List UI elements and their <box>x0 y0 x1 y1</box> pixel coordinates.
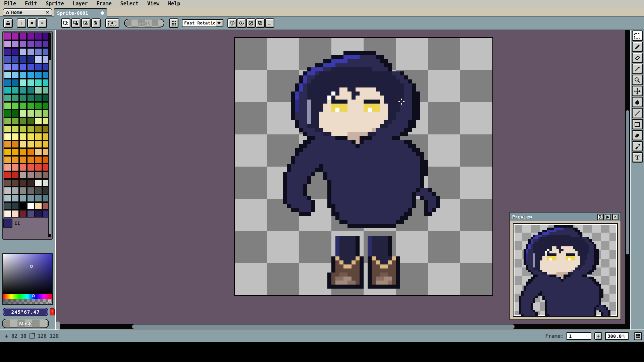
palette-swatch[interactable] <box>12 156 19 163</box>
preview-title-bar[interactable]: Preview ▶ × <box>510 213 621 221</box>
palette-swatch[interactable] <box>4 41 11 48</box>
menu-select[interactable]: Select <box>120 1 139 7</box>
palette-swatch[interactable] <box>12 187 19 194</box>
rotation-option-1-button[interactable] <box>227 18 237 28</box>
zoom-tool-button[interactable] <box>632 75 643 85</box>
palette-swatch[interactable] <box>35 141 42 148</box>
palette-swatch[interactable] <box>19 164 26 171</box>
palette-swatch[interactable] <box>35 195 42 202</box>
palette-swatch[interactable] <box>27 64 34 71</box>
palette-scrollbar-thumb[interactable] <box>49 60 51 234</box>
palette-swatch[interactable] <box>12 210 19 217</box>
palette-swatch[interactable] <box>35 33 42 40</box>
palette-swatch[interactable] <box>27 187 34 194</box>
rect-select-tool-button[interactable] <box>632 31 643 41</box>
palette-swatch[interactable] <box>12 125 19 132</box>
palette-swatch[interactable] <box>35 148 42 156</box>
palette-swatch[interactable] <box>4 179 11 186</box>
selected-color-swatch[interactable] <box>4 219 12 227</box>
palette-swatch[interactable] <box>12 56 19 63</box>
palette-swatch[interactable] <box>19 71 26 78</box>
palette-swatch[interactable] <box>12 64 19 71</box>
palette-swatch[interactable] <box>12 71 19 78</box>
palette-scrollbar[interactable] <box>48 33 51 237</box>
palette-swatch[interactable] <box>12 133 19 140</box>
palette-swatch[interactable] <box>27 95 34 102</box>
saturation-value-square[interactable] <box>3 254 52 294</box>
palette-swatch[interactable] <box>27 210 34 217</box>
palette-swatch[interactable] <box>27 156 34 163</box>
menu-file[interactable]: File <box>4 1 16 7</box>
palette-warning-button[interactable]: ! <box>50 308 55 315</box>
palette-swatch[interactable] <box>19 210 26 217</box>
palette-swatch[interactable] <box>12 41 19 48</box>
palette-swatch[interactable] <box>12 179 19 186</box>
palette-swatch[interactable] <box>12 202 19 209</box>
palette-swatch[interactable] <box>35 179 42 186</box>
pencil-tool-button[interactable] <box>632 42 643 52</box>
hue-marker[interactable] <box>32 294 35 297</box>
rotation-mode-select[interactable]: Fast Rotation <box>182 19 215 27</box>
palette-swatch[interactable] <box>12 118 19 125</box>
palette-swatch[interactable] <box>4 56 11 63</box>
palette-swatch[interactable] <box>4 195 11 202</box>
palette-swatch[interactable] <box>12 102 19 109</box>
palette-swatch[interactable] <box>35 202 42 209</box>
palette-swatch[interactable] <box>19 95 26 102</box>
palette-swatch[interactable] <box>4 102 11 109</box>
preview-play-button[interactable]: ▶ <box>605 214 611 220</box>
palette-swatch[interactable] <box>35 71 42 78</box>
palette-swatch[interactable] <box>19 102 26 109</box>
rectangle-tool-button[interactable] <box>632 119 643 129</box>
solid-square-button[interactable]: ■ <box>27 18 37 28</box>
palette-swatch[interactable] <box>27 71 34 78</box>
frame-input[interactable]: 1 <box>567 332 591 340</box>
palette-swatch[interactable] <box>19 33 26 40</box>
palette-swatch[interactable] <box>27 79 34 86</box>
selection-mode-intersect-button[interactable] <box>91 18 101 28</box>
palette-swatch[interactable] <box>19 64 26 71</box>
palette-swatch[interactable] <box>12 110 19 117</box>
palette-swatch[interactable] <box>35 64 42 71</box>
palette-swatch[interactable] <box>27 102 34 109</box>
palette-swatch[interactable] <box>4 125 11 132</box>
grid-settings-button[interactable] <box>169 18 178 28</box>
palette-swatch[interactable] <box>4 187 11 194</box>
palette-swatch[interactable] <box>12 79 19 86</box>
palette-swatch[interactable] <box>12 33 19 40</box>
horizontal-scrollbar[interactable] <box>56 324 625 329</box>
palette-swatch[interactable] <box>12 195 19 202</box>
palette-swatch[interactable] <box>4 87 11 94</box>
rotation-mode-dropdown-button[interactable] <box>215 19 223 27</box>
palette-swatch[interactable] <box>4 148 11 156</box>
palette-swatch[interactable] <box>19 156 26 163</box>
palette-swatch[interactable] <box>19 179 26 186</box>
palette-swatch[interactable] <box>19 48 26 55</box>
palette-swatch[interactable] <box>19 202 26 209</box>
zoom-input[interactable]: 300.0 % <box>605 332 629 340</box>
sv-marker[interactable] <box>30 265 33 268</box>
palette-swatch[interactable] <box>27 87 34 94</box>
palette-swatch[interactable] <box>4 64 11 71</box>
palette-swatch[interactable] <box>35 87 42 94</box>
palette-swatch[interactable] <box>4 48 11 55</box>
canvas[interactable] <box>234 37 493 296</box>
palette-swatch[interactable] <box>35 95 42 102</box>
hue-slider[interactable] <box>3 294 52 299</box>
line-tool-button[interactable] <box>632 108 643 118</box>
preview-close-button[interactable]: × <box>612 214 619 220</box>
menu-view[interactable]: View <box>147 1 159 7</box>
palette-swatch[interactable] <box>4 133 11 140</box>
menu-options-button[interactable]: ≡ <box>38 18 47 28</box>
palette-swatch[interactable] <box>12 172 19 179</box>
palette-swatch[interactable] <box>35 79 42 86</box>
palette-swatch[interactable] <box>4 95 11 102</box>
paint-bucket-tool-button[interactable] <box>632 97 643 107</box>
palette-swatch[interactable] <box>27 56 34 63</box>
menu-help[interactable]: Help <box>168 1 180 7</box>
menu-edit[interactable]: Edit <box>25 1 37 7</box>
palette-swatch[interactable] <box>27 195 34 202</box>
palette-swatch[interactable] <box>35 187 42 194</box>
selection-mode-add-button[interactable] <box>71 18 80 28</box>
mask-color-button[interactable]: Mask <box>2 319 49 328</box>
